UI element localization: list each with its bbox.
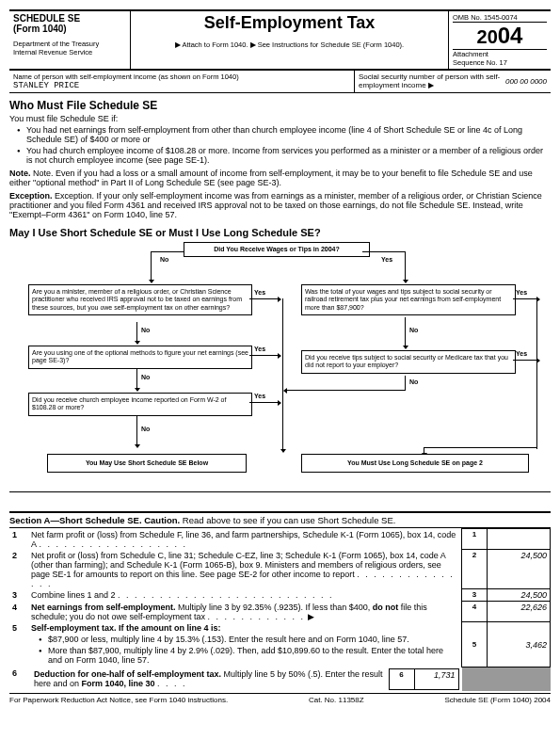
line3-text: Combine lines 1 and 2 . . . . . . . . . …: [28, 589, 462, 602]
header-mid: Self-Employment Tax ▶ Attach to Form 104…: [131, 11, 449, 69]
ssn-value: 000 00 0000: [505, 72, 547, 90]
line5-text: Self-employment tax. If the amount on li…: [28, 622, 462, 668]
schedule-label: SCHEDULE SE: [13, 13, 126, 24]
irs: Internal Revenue Service: [13, 48, 126, 56]
line6-value: 1,731: [414, 668, 458, 689]
seq-label: Attachment: [453, 50, 547, 58]
calc-table: 1 Net farm profit or (loss) from Schedul…: [9, 528, 551, 691]
header-right: OMB No. 1545-0074 2004 Attachment Sequen…: [449, 11, 551, 69]
line6-text: Deduction for one-half of self-employmen…: [28, 668, 462, 691]
dept: Department of the Treasury: [13, 40, 126, 48]
ssn-field: Social security number of person with se…: [355, 71, 551, 92]
ssn-label: Social security number of person with se…: [359, 72, 505, 90]
line1-text: Net farm profit or (loss) from Schedule …: [28, 529, 462, 550]
footer-left: For Paperwork Reduction Act Notice, see …: [9, 696, 228, 704]
who-title: Who Must File Schedule SE: [9, 99, 551, 112]
flow-r2: Did you receive tips subject to social s…: [301, 350, 516, 374]
footer: For Paperwork Reduction Act Notice, see …: [9, 693, 551, 704]
header-left: SCHEDULE SE (Form 1040) Department of th…: [9, 11, 131, 69]
name-value: STANLEY PRICE: [13, 81, 350, 90]
line2-text: Net profit or (loss) from Schedule C, li…: [28, 550, 462, 589]
form-title: Self-Employment Tax: [135, 13, 444, 33]
who-exception: Exception. Exception. If your only self-…: [9, 191, 551, 219]
flow-l3: Did you receive church employee income r…: [28, 393, 252, 416]
who-intro: You must file Schedule SE if:: [9, 114, 551, 123]
who-note: Note. Note. Even if you had a loss or a …: [9, 169, 551, 187]
footer-right: Schedule SE (Form 1040) 2004: [444, 696, 551, 704]
flow-long: You Must Use Long Schedule SE on page 2: [301, 454, 529, 473]
line4-text: Net earnings from self-employment. Multi…: [28, 602, 462, 622]
flowchart: Did You Receive Wages or Tips in 2004? N…: [9, 242, 551, 506]
who-bullet-2: You had church employee income of $108.2…: [17, 146, 551, 165]
footer-mid: Cat. No. 11358Z: [309, 696, 364, 704]
line2-value: 24,500: [488, 550, 551, 589]
section-a-bar: Section A—Short Schedule SE. Caution. Re…: [9, 511, 551, 528]
form-label: (Form 1040): [13, 24, 126, 34]
line3-value: 24,500: [488, 589, 551, 602]
line1-value: [488, 529, 551, 550]
name-row: Name of person with self-employment inco…: [9, 71, 551, 93]
flow-l2: Are you using one of the optional method…: [28, 346, 252, 369]
seq-no: Sequence No. 17: [453, 58, 547, 67]
attach-note: ▶ Attach to Form 1040. ▶ See Instruction…: [135, 40, 444, 49]
flow-short: You May Use Short Schedule SE Below: [47, 454, 247, 473]
flow-top: Did You Receive Wages or Tips in 2004?: [184, 242, 370, 257]
omb: OMB No. 1545-0074: [453, 13, 547, 23]
tax-year: 2004: [453, 23, 547, 50]
who-bullet-1: You had net earnings from self-employmen…: [17, 125, 551, 144]
line4-value: 22,626: [488, 602, 551, 622]
flow-l1: Are you a minister, member of a religiou…: [28, 284, 252, 315]
flow-r1: Was the total of your wages and tips sub…: [301, 284, 516, 315]
line5-value: 3,462: [488, 622, 551, 668]
form-header: SCHEDULE SE (Form 1040) Department of th…: [9, 9, 551, 71]
name-label: Name of person with self-employment inco…: [13, 72, 350, 81]
name-field: Name of person with self-employment inco…: [9, 71, 355, 92]
choose-title: May I Use Short Schedule SE or Must I Us…: [9, 227, 551, 238]
